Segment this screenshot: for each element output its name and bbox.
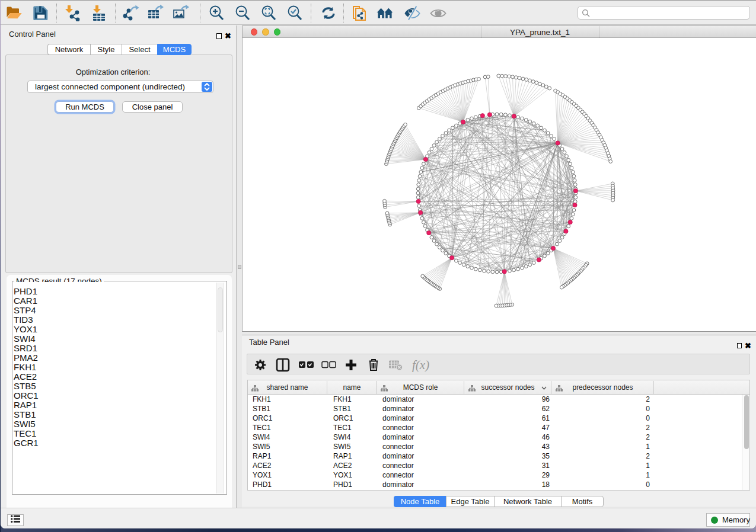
svg-text:f(x): f(x) bbox=[412, 358, 429, 372]
